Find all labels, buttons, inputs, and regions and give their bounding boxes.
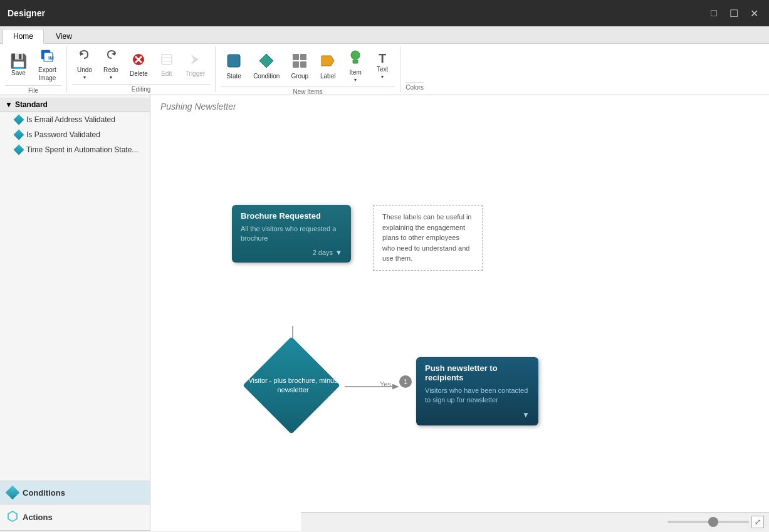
svg-rect-19 <box>353 60 358 63</box>
svg-point-18 <box>351 51 360 60</box>
conditions-icon <box>6 486 20 500</box>
state-label: State <box>226 73 241 80</box>
condition-label: Condition <box>253 73 280 80</box>
restore-button[interactable]: ☐ <box>726 6 741 21</box>
condition-button[interactable]: Condition <box>248 50 285 82</box>
group-label: Group <box>291 73 308 80</box>
export-label2: Image <box>39 75 56 81</box>
sidebar-section-standard[interactable]: ▼ Standard <box>0 98 150 112</box>
fit-to-screen-button[interactable]: ⤢ <box>751 516 764 528</box>
sidebar-item-time-spent[interactable]: Time Spent in Automation State... <box>0 142 150 157</box>
sidebar-item-email-validated[interactable]: Is Email Address Validated <box>0 112 150 127</box>
sidebar-footer: Conditions Actions <box>0 481 150 531</box>
group-button[interactable]: Group <box>286 50 313 82</box>
group-icon <box>291 53 308 71</box>
svg-rect-12 <box>228 55 240 67</box>
delete-icon <box>132 53 145 69</box>
tab-bar: Home View <box>0 26 769 44</box>
zoom-slider-thumb[interactable] <box>708 517 718 527</box>
close-button[interactable]: ✕ <box>746 6 761 21</box>
diamond-icon <box>14 130 24 140</box>
svg-rect-16 <box>293 61 299 68</box>
diamond-icon <box>14 145 24 155</box>
tab-view[interactable]: View <box>45 29 83 43</box>
edit-button[interactable]: Edit <box>154 50 179 80</box>
save-icon: 💾 <box>10 55 27 68</box>
state-arrow-icon: ▼ <box>335 249 342 256</box>
text-arrow: ▾ <box>381 74 384 80</box>
label-button[interactable]: Label <box>315 50 341 82</box>
export-image-button[interactable]: IMG Export Image <box>33 46 61 84</box>
action-desc: Visitors who have been contacted to sign… <box>425 386 530 405</box>
sidebar-content: ▼ Standard Is Email Address Validated Is… <box>0 95 150 481</box>
state-icon <box>226 53 242 71</box>
ribbon-group-file: 💾 Save IMG Export Image File <box>0 46 67 92</box>
delete-button[interactable]: Delete <box>125 50 153 80</box>
svg-rect-17 <box>300 61 306 68</box>
main-layout: ▼ Standard Is Email Address Validated Is… <box>0 95 769 531</box>
ribbon-group-colors: Colors <box>400 46 429 92</box>
action-footer: ▼ <box>425 410 530 419</box>
svg-marker-3 <box>80 52 84 56</box>
item-icon <box>347 49 364 68</box>
trigger-icon <box>188 53 202 69</box>
undo-button[interactable]: Undo ▾ <box>72 46 97 83</box>
yes-badge: Yes <box>380 380 391 388</box>
item-arrow: ▾ <box>354 77 357 83</box>
redo-icon <box>104 49 118 65</box>
window-controls: □ ☐ ✕ <box>706 6 761 21</box>
label-text: These labels can be useful in explaining… <box>382 213 471 262</box>
undo-arrow: ▾ <box>83 75 86 80</box>
zoom-slider-track[interactable] <box>667 521 749 523</box>
redo-arrow: ▾ <box>110 75 112 80</box>
tab-home[interactable]: Home <box>3 29 44 44</box>
text-button[interactable]: T Text ▾ <box>370 50 395 82</box>
label-label: Label <box>320 73 335 80</box>
edit-label: Edit <box>161 70 172 77</box>
delete-label: Delete <box>130 70 148 77</box>
state-button[interactable]: State <box>221 50 247 82</box>
actions-icon <box>8 511 18 524</box>
state-node-brochure[interactable]: Brochure Requested All the visitors who … <box>232 205 351 263</box>
trigger-button[interactable]: Trigger <box>180 50 210 80</box>
trigger-label: Trigger <box>186 70 205 77</box>
sidebar-item-label: Time Spent in Automation State... <box>26 145 138 154</box>
canvas-area[interactable]: Pushing Newsletter Brochure Requested Al… <box>150 95 769 531</box>
section-label: Standard <box>15 100 48 109</box>
item-label: Item <box>349 69 361 76</box>
svg-marker-11 <box>191 55 199 65</box>
label-node[interactable]: These labels can be useful in explaining… <box>373 205 483 271</box>
minimize-button[interactable]: □ <box>706 6 721 21</box>
redo-button[interactable]: Redo ▾ <box>98 46 123 83</box>
sidebar-footer-actions[interactable]: Actions <box>0 504 150 531</box>
save-button[interactable]: 💾 Save <box>5 52 32 79</box>
svg-rect-15 <box>300 54 306 60</box>
connector-svg <box>150 95 769 531</box>
canvas-title: Pushing Newsletter <box>160 102 236 112</box>
num-badge: 1 <box>399 375 412 388</box>
app-title: Designer <box>8 8 45 18</box>
action-arrow-icon: ▼ <box>522 410 530 419</box>
sidebar-item-password-validated[interactable]: Is Password Validated <box>0 127 150 142</box>
condition-node[interactable]: Visitor - plus brochure, minus newslette… <box>241 338 345 436</box>
ribbon-group-editing: Undo ▾ Redo ▾ Delete <box>67 46 216 92</box>
export-icon: IMG <box>40 49 54 65</box>
text-label: Text <box>377 66 388 73</box>
undo-label: Undo <box>77 66 92 73</box>
state-desc: All the visitors who requested a brochur… <box>241 224 342 244</box>
item-button[interactable]: Item ▾ <box>342 46 369 85</box>
ribbon-group-new-items: State Condition Group <box>216 46 400 92</box>
title-bar: Designer □ ☐ ✕ <box>0 0 769 26</box>
state-footer: 2 days ▼ <box>241 249 342 256</box>
bottom-bar: ⤢ <box>301 512 769 531</box>
diamond-icon <box>14 115 24 125</box>
sidebar-item-label: Is Email Address Validated <box>26 115 115 124</box>
action-node-newsletter[interactable]: Push newsletter to recipients Visitors w… <box>416 357 538 425</box>
sidebar-footer-conditions[interactable]: Conditions <box>0 481 150 504</box>
action-title: Push newsletter to recipients <box>425 363 530 382</box>
svg-marker-20 <box>8 511 17 521</box>
undo-icon <box>78 49 92 65</box>
svg-text:IMG: IMG <box>48 55 54 61</box>
sidebar-item-label: Is Password Validated <box>26 130 100 139</box>
section-arrow: ▼ <box>5 100 13 109</box>
